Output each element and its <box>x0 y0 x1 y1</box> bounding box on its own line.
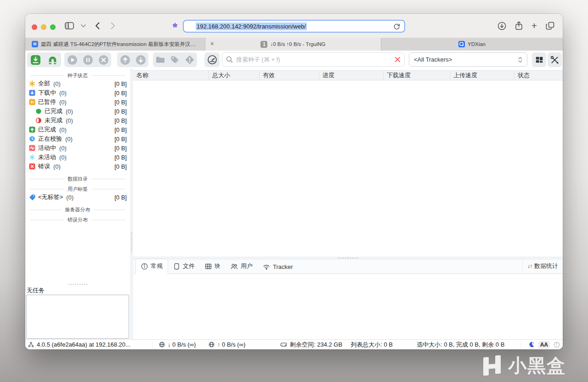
filter-size: [0 B] <box>114 117 127 124</box>
filter-active[interactable]: 活动中 (0) [0 B] <box>25 143 130 153</box>
filter-size: [0 B] <box>114 99 127 106</box>
queue-move-up-button[interactable] <box>118 53 132 67</box>
filter-error[interactable]: 错误 (0) [0 B] <box>25 162 130 171</box>
select-chevrons-icon <box>518 57 522 63</box>
move-folder-button[interactable] <box>153 53 167 67</box>
column-status[interactable]: 状态 <box>514 71 563 80</box>
tab-strip: 篇四 威联通 TS-464C2的PT软件transmission 最新版本安装并… <box>25 38 563 51</box>
extension-icon[interactable] <box>171 22 179 29</box>
tasks-splitter-handle[interactable] <box>68 283 88 286</box>
close-tab-icon[interactable]: ✕ <box>210 41 214 47</box>
section-label: 数据目录 <box>68 176 88 182</box>
search-input[interactable] <box>236 56 391 63</box>
layout-button[interactable] <box>532 52 546 67</box>
splitter-handle[interactable] <box>130 232 133 253</box>
filter-count: (0) <box>59 126 67 133</box>
filter-paused-incomplete[interactable]: 未完成 (0) [0 B] <box>25 116 130 125</box>
downloads-icon[interactable] <box>498 22 506 30</box>
filter-count: (0) <box>66 117 73 124</box>
splitter-handle[interactable] <box>338 257 359 259</box>
tasks-panel <box>26 295 129 339</box>
filter-completed[interactable]: 已完成 (0) [0 B] <box>25 125 130 134</box>
reload-icon[interactable] <box>393 23 400 30</box>
error-square-icon <box>29 163 35 170</box>
add-torrent-file-button[interactable] <box>29 53 43 67</box>
forward-button[interactable] <box>111 22 115 29</box>
info-circle-icon <box>141 263 148 270</box>
minimize-window-button[interactable] <box>41 24 46 30</box>
column-upload-speed[interactable]: 上传速度 <box>450 71 514 80</box>
search-box <box>222 52 405 67</box>
tab-overview-icon[interactable] <box>546 22 554 30</box>
settings-tools-button[interactable] <box>548 52 562 67</box>
tab-general[interactable]: 常规 <box>136 259 168 274</box>
zoom-window-button[interactable] <box>50 24 56 30</box>
url-field[interactable]: 192.168.200.142:9092/transmission/web/ <box>183 20 405 33</box>
dark-mode-moon-icon[interactable] <box>528 341 535 348</box>
filter-paused-complete[interactable]: 已完成 (0) [0 B] <box>25 107 130 116</box>
tab-peers[interactable]: 用户 <box>226 259 258 274</box>
tracker-filter-value: <All Trackers> <box>414 56 452 63</box>
filter-verifying[interactable]: 正在校验 (0) [0 B] <box>25 134 130 143</box>
filter-size: [0 B] <box>114 80 127 87</box>
filter-size: [0 B] <box>114 108 127 115</box>
column-name[interactable]: 名称 <box>133 71 209 80</box>
pause-torrent-button[interactable] <box>81 53 95 67</box>
sidebar-splitter[interactable] <box>130 68 133 339</box>
updown-arrows-icon: ↓↑ <box>527 263 532 269</box>
tab-pieces[interactable]: 块 <box>200 259 226 274</box>
tab-tutorial[interactable]: 篇四 威联通 TS-464C2的PT软件transmission 最新版本安装并… <box>25 38 205 51</box>
clear-search-icon[interactable] <box>395 57 401 63</box>
stats-label: 数据统计 <box>534 262 558 270</box>
stats-button[interactable]: ↓↑ 数据统计 <box>522 259 563 274</box>
resume-torrent-button[interactable] <box>65 53 79 67</box>
tracker-filter-select[interactable]: <All Trackers> <box>409 52 527 67</box>
section-label: 用户标签 <box>68 186 88 193</box>
column-have[interactable]: 有效 <box>260 71 319 80</box>
sidebar-toggle-icon[interactable] <box>65 22 74 30</box>
filter-paused[interactable]: 已暂停 (0) [0 B] <box>25 97 130 107</box>
section-label: 服务器分布 <box>65 206 90 213</box>
queue-move-down-button[interactable] <box>134 53 147 67</box>
filter-label: 正在校验 <box>38 135 62 143</box>
filter-downloading[interactable]: 下载中 (0) [0 B] <box>25 88 130 97</box>
add-magnet-button[interactable] <box>46 53 60 67</box>
font-size-button[interactable]: AA <box>538 341 550 348</box>
document-favicon-icon <box>32 41 38 47</box>
selection-size: 选中大小: 0 B, 完成 0 B, 剩余 0 B <box>417 341 504 349</box>
section-label: 错误分布 <box>68 217 88 223</box>
asterisk-icon <box>29 80 35 87</box>
tab-ydxian[interactable]: YDXian <box>381 38 563 51</box>
column-progress[interactable]: 进度 <box>319 71 384 80</box>
filter-label: 未活动 <box>38 153 56 161</box>
tab-tracker[interactable]: Tracker <box>258 261 298 274</box>
back-button[interactable] <box>95 22 100 29</box>
filter-size: [0 B] <box>114 126 127 133</box>
tab-label: 用户 <box>241 262 253 270</box>
speed-limit-button[interactable] <box>204 52 220 67</box>
filter-count: (0) <box>59 90 67 97</box>
nodes-icon <box>28 342 34 348</box>
remove-torrent-button[interactable] <box>96 53 110 67</box>
tab-trguing-active[interactable]: ✕ 1 ↓0 B/s ↑0 B/s - TrguiNG <box>205 38 381 51</box>
tab-files[interactable]: 文件 <box>168 259 200 274</box>
share-icon[interactable] <box>515 21 523 30</box>
details-content <box>133 274 563 339</box>
new-tab-button[interactable]: + <box>531 21 537 30</box>
close-window-button[interactable] <box>32 24 37 30</box>
column-total-size[interactable]: 总大小 <box>209 71 260 80</box>
filter-no-label[interactable]: <无标签> (0) [0 B] <box>25 193 130 202</box>
info-icon[interactable] <box>554 342 560 348</box>
watermark-text: 小黑盒 <box>508 353 566 378</box>
filter-inactive[interactable]: 未活动 (0) [0 B] <box>25 153 130 162</box>
tab-title: ↓0 B/s ↑0 B/s - TrguiNG <box>270 41 325 47</box>
labels-button[interactable] <box>168 53 182 67</box>
session-version: 4.0.5 (a6fe2a64aa) at 192.168.20... <box>28 341 148 348</box>
section-labels: 用户标签 <box>25 185 130 193</box>
column-download-speed[interactable]: 下载速度 <box>384 71 450 80</box>
search-icon <box>226 56 233 63</box>
filter-all[interactable]: 全部 (0) [0 B] <box>25 79 130 88</box>
priority-button[interactable] <box>183 53 197 67</box>
torrent-table-body[interactable] <box>133 80 563 257</box>
chevron-down-icon[interactable] <box>81 24 86 28</box>
